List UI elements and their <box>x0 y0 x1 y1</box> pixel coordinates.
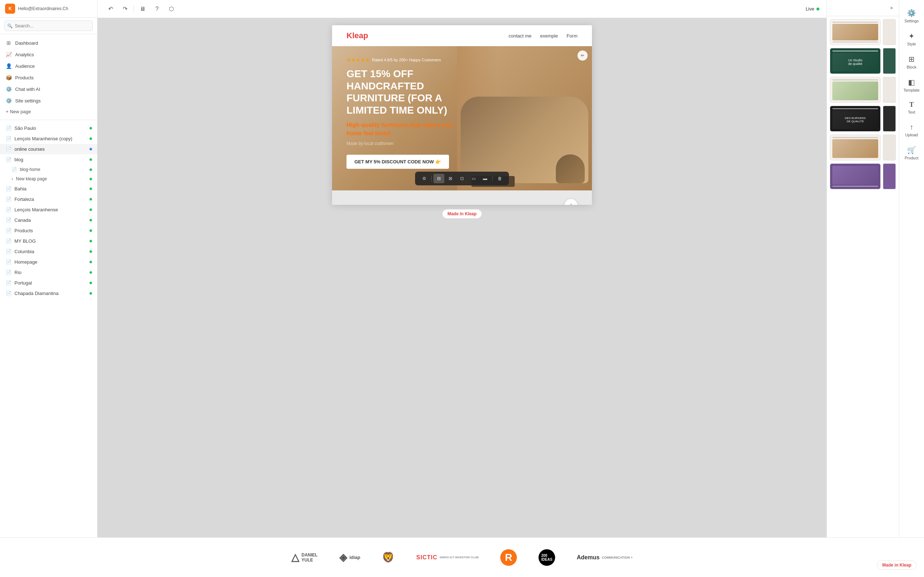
product-label: Product <box>905 156 919 160</box>
sidebar-item-audience[interactable]: 👤 Audience <box>0 60 97 72</box>
ademus-text: Ademus <box>577 554 599 561</box>
page-icon: 📄 <box>6 228 11 233</box>
template-thumb-2-small[interactable] <box>883 48 896 74</box>
page-item-online-courses[interactable]: 📄 online courses <box>0 144 97 154</box>
topbar-right: Live <box>806 6 819 11</box>
preview-nav-exemple[interactable]: exemple <box>540 33 558 39</box>
template-thumb-2-main[interactable]: Un Studiode qualité <box>830 48 881 74</box>
brand-daniel-yule: △ DANIELYULE <box>291 551 318 563</box>
page-status-dot <box>89 148 92 150</box>
page-icon: 📄 <box>6 218 11 223</box>
page-status-dot <box>89 198 92 200</box>
app-icon: K <box>5 3 15 14</box>
icon-panel-settings-button[interactable]: ⚙️ Settings <box>901 5 922 27</box>
toolbar-layout-5-btn[interactable]: ▬ <box>480 174 491 183</box>
page-label: MY BLOG <box>15 239 36 244</box>
template-thumb-3-main[interactable] <box>830 77 881 103</box>
preview-nav-form[interactable]: Form <box>567 33 577 39</box>
settings-label: Settings <box>905 19 919 23</box>
new-page-button[interactable]: + New page <box>0 106 97 117</box>
icon-panel-upload-button[interactable]: ↑ Upload <box>901 119 922 141</box>
page-item-lencois[interactable]: 📄 Lençois Maranhense <box>0 205 97 215</box>
hero-title: GET 15% OFF HANDCRAFTED FURNITURE (FOR A… <box>347 68 460 116</box>
page-icon: 📄 <box>6 157 11 162</box>
cta-button[interactable]: GET MY 5% DISCOUNT CODE NOW 👉 <box>347 155 449 169</box>
toolbar-layout-3-btn[interactable]: ⊡ <box>457 174 467 183</box>
add-section-button[interactable]: + <box>564 199 577 205</box>
sidebar-item-site-settings[interactable]: ⚙️ Site settings <box>0 95 97 106</box>
page-status-dot <box>89 178 92 180</box>
page-label: Portugal <box>15 280 32 285</box>
page-label: Columbia <box>15 249 34 254</box>
brand-name: idiap <box>349 554 360 560</box>
sidebar-item-analytics[interactable]: 📈 Analytics <box>0 49 97 60</box>
brand-lion: 🦁 <box>382 551 394 563</box>
preview-navbar: Kleap contact me exemple Form <box>332 25 592 46</box>
template-thumb-4-small[interactable] <box>883 106 896 132</box>
template-thumb-1-small[interactable] <box>883 19 896 45</box>
search-input[interactable] <box>4 21 93 31</box>
edit-icon[interactable]: ✏ <box>577 50 588 61</box>
close-panel-button[interactable]: × <box>887 3 896 12</box>
template-thumb-5-small[interactable] <box>883 134 896 161</box>
toolbar-layout-4-btn[interactable]: ▭ <box>468 174 479 183</box>
template-thumb-1-main[interactable] <box>830 19 881 45</box>
idiap-icon: ◈ <box>339 551 347 563</box>
page-subitem-new-kleap[interactable]: › New kleap page <box>0 174 97 184</box>
icon-panel-text-button[interactable]: T Text <box>901 97 922 118</box>
toolbar-layout-2-btn[interactable]: ⊠ <box>445 174 456 183</box>
sictic-subtitle: SWISS ICT INVESTOR CLUB <box>439 556 478 559</box>
block-label: Block <box>907 65 916 69</box>
help-button[interactable]: ? <box>151 3 163 15</box>
page-label: Homepage <box>15 259 37 265</box>
page-status-dot <box>89 292 92 295</box>
sidebar-item-products[interactable]: 📦 Products <box>0 72 97 83</box>
template-thumb-3-small[interactable] <box>883 77 896 103</box>
page-label: São Paulo <box>15 126 36 131</box>
text-label: Text <box>908 110 915 114</box>
page-item-columbia[interactable]: 📄 Columbia <box>0 246 97 257</box>
share-button[interactable]: ⬡ <box>166 3 177 15</box>
topbar-nav-icons: ↶ ↷ 🖥 ? ⬡ <box>105 3 177 15</box>
analytics-icon: 📈 <box>6 52 11 57</box>
toolbar-delete-btn[interactable]: 🗑 <box>494 174 505 183</box>
new-page-label: + New page <box>6 109 31 114</box>
page-item-fortaleza[interactable]: 📄 Fortaleza <box>0 194 97 205</box>
toolbar-settings-btn[interactable]: ⚙ <box>419 174 430 183</box>
template-thumb-4-main[interactable]: DES BURGERSDE QUALITÉ <box>830 106 881 132</box>
preview-logo: Kleap <box>347 31 368 40</box>
block-icon: ⊞ <box>908 55 914 63</box>
page-item-homepage[interactable]: 📄 Homepage <box>0 257 97 267</box>
icon-panel-block-button[interactable]: ⊞ Block <box>901 51 922 73</box>
undo-button[interactable]: ↶ <box>105 3 116 15</box>
template-thumb-6-small[interactable] <box>883 163 896 189</box>
icon-panel-template-button[interactable]: ◧ Template <box>901 74 922 96</box>
monitor-button[interactable]: 🖥 <box>137 3 149 15</box>
sidebar-item-chat-ai[interactable]: ⚙️ Chat with AI <box>0 83 97 95</box>
upload-label: Upload <box>905 133 918 137</box>
page-item-blog[interactable]: 📄 blog <box>0 154 97 165</box>
toolbar-layout-1-btn[interactable]: ⊟ <box>433 174 444 183</box>
icon-panel-product-button[interactable]: 🛒 Product <box>901 142 922 164</box>
page-label: Products <box>15 228 33 233</box>
page-item-my-blog[interactable]: 📄 MY BLOG <box>0 236 97 246</box>
template-row-2: Un Studiode qualité <box>830 48 896 74</box>
page-item-lencois-copy[interactable]: 📄 Lençois Maranhense (copy) <box>0 134 97 144</box>
preview-nav-contact[interactable]: contact me <box>509 33 531 39</box>
template-thumb-5-main[interactable] <box>830 134 881 161</box>
sidebar-item-dashboard[interactable]: ⊞ Dashboard <box>0 37 97 49</box>
brand-idiap: ◈ idiap <box>339 551 360 563</box>
page-item-canada[interactable]: 📄 Canada <box>0 215 97 226</box>
page-item-products[interactable]: 📄 Products <box>0 226 97 236</box>
redo-button[interactable]: ↷ <box>119 3 131 15</box>
right-panel-top: × <box>827 0 899 16</box>
page-item-rio[interactable]: 📄 Rio <box>0 267 97 278</box>
icon-panel-style-button[interactable]: ✦ Style <box>901 28 922 50</box>
page-item-sao-paulo[interactable]: 📄 São Paulo <box>0 123 97 134</box>
page-item-portugal[interactable]: 📄 Portugal <box>0 278 97 288</box>
page-item-bahia[interactable]: 📄 Bahia <box>0 184 97 194</box>
page-icon: 📄 <box>6 186 11 192</box>
page-subitem-blog-home[interactable]: 📄 blog-home <box>0 165 97 174</box>
template-thumb-6-main[interactable] <box>830 163 881 189</box>
page-item-chapada[interactable]: 📄 Chapada Diamantina <box>0 288 97 298</box>
